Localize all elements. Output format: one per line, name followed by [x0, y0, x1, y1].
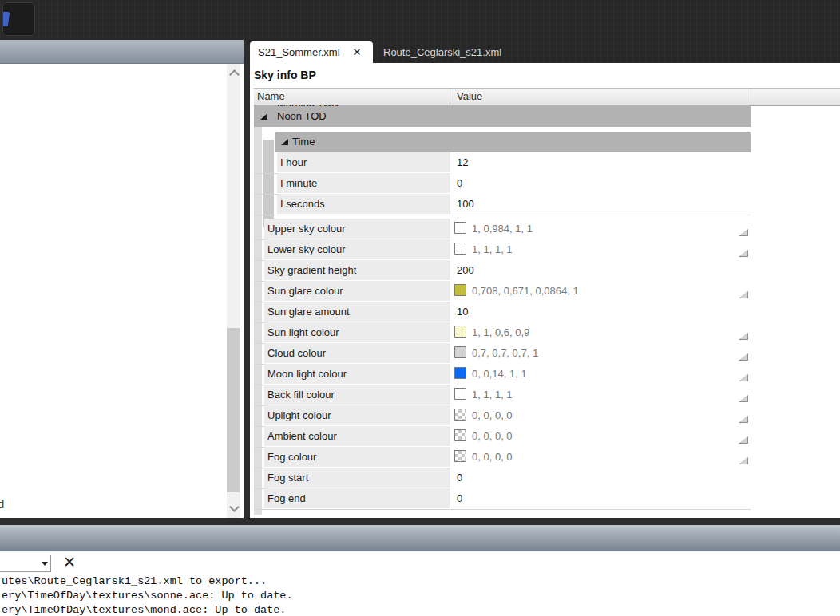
property-name-label: Sky gradient height — [267, 264, 356, 276]
expand-grip-icon[interactable] — [739, 374, 748, 381]
tab-close-icon[interactable]: ✕ — [353, 47, 362, 57]
property-row-i-hour: I hour12 — [254, 152, 751, 174]
property-name-label: Uplight colour — [267, 409, 331, 421]
property-name-cell[interactable]: Fog colour — [264, 447, 450, 467]
bottom-splitter[interactable] — [0, 518, 840, 525]
property-name-cell[interactable]: Sun glare colour — [264, 281, 450, 301]
property-value-text: 0, 0, 0, 0 — [472, 409, 513, 421]
column-divider[interactable] — [450, 89, 450, 105]
colour-swatch[interactable] — [454, 429, 466, 441]
expand-grip-icon[interactable] — [739, 395, 748, 402]
app-menu-button[interactable] — [2, 2, 35, 36]
column-header-name[interactable]: Name — [257, 90, 285, 102]
property-value-text: 0, 0,14, 1, 1 — [472, 368, 527, 380]
property-value-cell[interactable]: 0, 0,14, 1, 1 — [450, 364, 751, 384]
property-value-cell[interactable]: 0 — [450, 468, 751, 488]
colour-swatch[interactable] — [454, 388, 466, 400]
property-value-text: 0, 0, 0, 0 — [472, 451, 513, 463]
property-name-cell[interactable]: I minute — [277, 173, 450, 193]
category-row-time[interactable]: Time — [254, 132, 751, 152]
property-name-cell[interactable]: Ambient colour — [264, 426, 450, 446]
property-value-cell[interactable]: 1, 1, 1, 1 — [450, 385, 751, 405]
property-value-cell[interactable]: 0 — [450, 173, 751, 193]
property-value-cell[interactable]: 0,7, 0,7, 0,7, 1 — [450, 343, 751, 363]
column-divider[interactable] — [751, 89, 751, 105]
property-name-cell[interactable]: Sun glare amount — [264, 302, 450, 322]
property-value-text: 1, 1, 1, 1 — [472, 389, 513, 401]
colour-swatch[interactable] — [454, 222, 466, 234]
property-row-i-seconds: I seconds100 — [254, 194, 751, 215]
expand-grip-icon[interactable] — [739, 291, 748, 298]
colour-swatch[interactable] — [454, 450, 466, 462]
property-value-cell[interactable]: 0,708, 0,671, 0,0864, 1 — [450, 281, 751, 301]
output-filter-combobox[interactable] — [0, 555, 51, 572]
expand-grip-icon[interactable] — [739, 333, 748, 340]
colour-swatch[interactable] — [454, 284, 466, 296]
expand-grip-icon[interactable] — [739, 457, 748, 464]
property-name-cell[interactable]: Cloud colour — [264, 343, 450, 363]
colour-swatch[interactable] — [454, 326, 466, 338]
colour-swatch[interactable] — [454, 367, 466, 379]
clear-output-button[interactable]: ✕ — [61, 553, 78, 572]
scrollbar-thumb[interactable] — [227, 328, 240, 492]
property-name-label: I seconds — [280, 198, 325, 210]
left-panel-scrollbar[interactable] — [227, 64, 240, 518]
tree-item[interactable]: d — [0, 497, 4, 511]
panel-splitter[interactable] — [244, 40, 250, 525]
scroll-up-icon[interactable] — [229, 69, 240, 80]
column-header-value[interactable]: Value — [457, 90, 482, 102]
property-value-cell[interactable]: 12 — [450, 152, 751, 172]
property-grid: Morning TODNoon TODTimeI hour12I minute0… — [254, 105, 751, 515]
category-bar[interactable]: Noon TOD — [254, 106, 751, 127]
property-value-text: 0,708, 0,671, 0,0864, 1 — [472, 285, 579, 297]
tab-route-ceglarski[interactable]: Route_Ceglarski_s21.xml — [372, 41, 513, 63]
colour-swatch[interactable] — [454, 243, 466, 255]
property-value-cell[interactable]: 1, 1, 0,6, 0,9 — [450, 322, 751, 342]
toolbar-separator — [57, 555, 57, 572]
console-line: ery\TimeOfDay\textures\sonne.ace: Up to … — [2, 590, 293, 603]
colour-swatch[interactable] — [454, 346, 466, 358]
property-name-cell[interactable]: Uplight colour — [264, 405, 450, 425]
expand-grip-icon[interactable] — [739, 353, 748, 361]
property-value-cell[interactable]: 1, 0,984, 1, 1 — [450, 219, 751, 239]
property-value-cell[interactable]: 0, 0, 0, 0 — [450, 405, 751, 425]
property-row-fog-end: Fog end0 — [254, 488, 751, 510]
category-bar[interactable]: Time — [275, 132, 751, 152]
property-name-label: Sun glare colour — [267, 285, 343, 297]
property-value-cell[interactable]: 0, 0, 0, 0 — [450, 426, 751, 446]
property-value-cell[interactable]: 10 — [450, 302, 751, 322]
property-value-text: 1, 0,984, 1, 1 — [472, 223, 533, 235]
expander-expanded-icon[interactable] — [260, 113, 267, 120]
property-value-cell[interactable]: 200 — [450, 260, 751, 280]
property-name-cell[interactable]: Back fill colour — [264, 385, 450, 405]
property-name-cell[interactable]: I hour — [277, 152, 450, 172]
scroll-down-icon[interactable] — [229, 502, 240, 512]
property-value-cell[interactable]: 1, 1, 1, 1 — [450, 239, 751, 259]
property-name-cell[interactable]: Sun light colour — [264, 322, 450, 342]
property-name-label: Moon light colour — [267, 368, 347, 380]
property-name-cell[interactable]: Lower sky colour — [264, 239, 450, 259]
property-name-cell[interactable]: I seconds — [277, 194, 450, 214]
property-name-cell[interactable]: Fog start — [264, 468, 450, 488]
property-value-text: 100 — [457, 198, 474, 210]
property-name-cell[interactable]: Upper sky colour — [264, 219, 450, 239]
property-value-cell[interactable]: 0, 0, 0, 0 — [450, 447, 751, 467]
category-row-noon-tod[interactable]: Noon TOD — [254, 106, 751, 127]
property-name-cell[interactable]: Fog end — [264, 488, 450, 508]
property-name-label: Cloud colour — [267, 347, 326, 359]
property-row-fog-start: Fog start0 — [254, 468, 751, 489]
expand-grip-icon[interactable] — [739, 436, 748, 444]
colour-swatch[interactable] — [454, 409, 466, 421]
expand-grip-icon[interactable] — [739, 229, 748, 236]
expand-grip-icon[interactable] — [739, 416, 748, 423]
expander-expanded-icon[interactable] — [281, 139, 288, 145]
property-name-cell[interactable]: Sky gradient height — [264, 260, 450, 280]
property-value-cell[interactable]: 0 — [450, 488, 751, 508]
property-value-cell[interactable]: 100 — [450, 194, 751, 214]
tab-s21-sommer[interactable]: S21_Sommer.xml ✕ — [250, 41, 373, 63]
left-sidebar-panel: dd1 — [0, 40, 244, 518]
property-row-uplight-colour: Uplight colour0, 0, 0, 0 — [254, 405, 751, 427]
expand-grip-icon[interactable] — [739, 250, 748, 257]
chevron-down-icon — [42, 562, 48, 566]
property-name-cell[interactable]: Moon light colour — [264, 364, 450, 384]
